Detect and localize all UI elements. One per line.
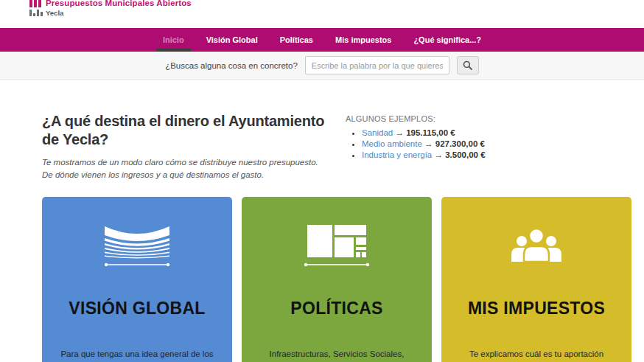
example-link-sanidad[interactable]: Sanidad (362, 128, 393, 137)
examples-heading: ALGUNOS EJEMPLOS: (346, 114, 486, 123)
card-title-mis-impuestos: MIS IMPUESTOS (441, 299, 631, 319)
example-item: Medio ambiente → 927.300,00 € (362, 139, 486, 148)
example-item: Industria y energía → 3.500,00 € (362, 150, 486, 159)
card-description: Infraestructuras, Servicios Sociales, Co… (255, 348, 419, 362)
example-value: 3.500,00 € (445, 150, 485, 159)
arrow-glyph: → (434, 150, 443, 159)
nav-item-mis-impuestos[interactable]: Mis impuestos (324, 28, 402, 52)
example-value: 927.300,00 € (435, 139, 485, 148)
treemap-icon (242, 225, 432, 269)
nav-item-politicas[interactable]: Políticas (269, 28, 324, 52)
magnifier-icon (463, 60, 472, 70)
examples-list: Sanidad → 195.115,00 € Medio ambiente → … (362, 128, 486, 159)
search-button[interactable] (457, 56, 479, 74)
example-link-industria-energia[interactable]: Industria y energía (362, 150, 432, 159)
section-cards: VISIÓN GLOBAL Para que tengas una idea g… (42, 197, 631, 362)
card-vision-global[interactable]: VISIÓN GLOBAL Para que tengas una idea g… (42, 197, 232, 362)
card-description: Para que tengas una idea general de los … (55, 348, 219, 362)
search-input[interactable] (305, 56, 449, 74)
card-politicas[interactable]: POLÍTICAS Infraestructuras, Servicios So… (242, 197, 432, 362)
arrow-glyph: → (395, 128, 404, 137)
card-mis-impuestos[interactable]: MIS IMPUESTOS Te explicamos cuál es tu a… (441, 197, 631, 362)
example-link-medio-ambiente[interactable]: Medio ambiente (362, 139, 422, 148)
card-title-vision-global: VISIÓN GLOBAL (42, 299, 232, 319)
bar-chart-logo-icon (29, 0, 43, 18)
nav-item-que-significa[interactable]: ¿Qué significa...? (402, 28, 492, 52)
main-nav: Inicio Visión Global Políticas Mis impue… (0, 28, 644, 52)
people-group-icon (441, 225, 631, 269)
site-header: Presupuestos Municipales Abiertos Yecla (0, 0, 644, 28)
nav-item-inicio[interactable]: Inicio (152, 28, 195, 52)
card-description: Te explicamos cuál es tu aportación medi… (455, 348, 618, 362)
example-value: 195.115,00 € (406, 128, 455, 137)
brand-title: Presupuestos Municipales Abiertos (46, 0, 192, 8)
card-title-politicas: POLÍTICAS (242, 299, 432, 319)
example-item: Sanidad → 195.115,00 € (362, 128, 486, 137)
brand-logo[interactable]: Presupuestos Municipales Abiertos Yecla (29, 0, 192, 18)
sankey-flow-icon (42, 225, 232, 269)
page-title: ¿A qué destina el dinero el Ayuntamiento… (42, 112, 337, 149)
search-bar: ¿Buscas alguna cosa en concreto? (0, 52, 644, 80)
examples-block: ALGUNOS EJEMPLOS: Sanidad → 195.115,00 €… (346, 112, 486, 182)
intro-text-block: ¿A qué destina el dinero el Ayuntamiento… (42, 112, 337, 182)
intro-section: ¿A qué destina el dinero el Ayuntamiento… (0, 80, 644, 182)
search-label: ¿Buscas alguna cosa en concreto? (165, 61, 298, 70)
arrow-glyph: → (424, 139, 433, 148)
brand-subtitle: Yecla (46, 10, 192, 18)
page-subtitle: Te mostramos de un modo claro cómo se di… (42, 156, 329, 182)
nav-item-vision-global[interactable]: Visión Global (195, 28, 269, 52)
